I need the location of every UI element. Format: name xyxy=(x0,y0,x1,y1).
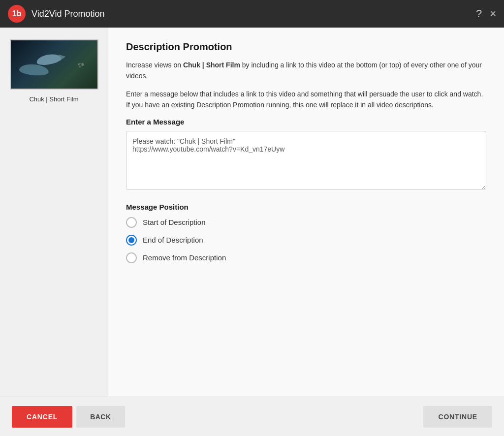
app-title: Vid2Vid Promotion xyxy=(32,9,476,19)
video-overlay-text: चूक xyxy=(78,62,84,67)
description-paragraph-1: Increase views on Chuk | Short Film by i… xyxy=(126,60,486,82)
position-label: Message Position xyxy=(126,203,486,211)
description-paragraph-2: Enter a message below that includes a li… xyxy=(126,89,486,111)
help-icon[interactable]: ? xyxy=(476,8,482,19)
footer: CANCEL BACK CONTINUE xyxy=(0,397,504,436)
radio-circle-start[interactable] xyxy=(126,217,137,228)
radio-end[interactable]: End of Description xyxy=(126,235,486,246)
radio-inner-end xyxy=(128,237,134,243)
content-area: चूक Chuk | Short Film Description Promot… xyxy=(0,28,504,397)
sidebar: चूक Chuk | Short Film xyxy=(0,28,108,397)
titlebar: 1b Vid2Vid Promotion ? × xyxy=(0,0,504,28)
app-logo: 1b xyxy=(8,5,26,23)
radio-circle-remove[interactable] xyxy=(126,252,137,263)
thumbnail-art: चूक xyxy=(11,40,97,89)
footer-left: CANCEL BACK xyxy=(12,406,125,428)
radio-remove[interactable]: Remove from Description xyxy=(126,252,486,263)
radio-circle-end[interactable] xyxy=(126,235,137,246)
close-icon[interactable]: × xyxy=(490,8,496,19)
radio-label-start: Start of Description xyxy=(143,218,206,226)
message-label: Enter a Message xyxy=(126,118,486,126)
titlebar-actions: ? × xyxy=(476,8,496,19)
video-thumbnail: चूक xyxy=(10,39,98,90)
section-title: Description Promotion xyxy=(126,41,486,53)
radio-label-end: End of Description xyxy=(143,236,203,244)
message-textarea[interactable] xyxy=(126,131,486,190)
radio-group: Start of Description End of Description … xyxy=(126,217,486,263)
message-position-section: Message Position Start of Description En… xyxy=(126,203,486,263)
main-panel: Description Promotion Increase views on … xyxy=(108,28,504,397)
footer-right: CONTINUE xyxy=(423,406,492,428)
cancel-button[interactable]: CANCEL xyxy=(12,406,72,428)
back-button[interactable]: BACK xyxy=(76,406,125,428)
fish-decoration-1 xyxy=(36,53,62,66)
app-window: 1b Vid2Vid Promotion ? × चूक Chuk | Shor… xyxy=(0,0,504,436)
sidebar-video-title: Chuk | Short Film xyxy=(29,95,78,103)
continue-button[interactable]: CONTINUE xyxy=(423,406,492,428)
radio-label-remove: Remove from Description xyxy=(143,253,226,262)
radio-start[interactable]: Start of Description xyxy=(126,217,486,228)
fish-decoration-2 xyxy=(19,63,49,76)
